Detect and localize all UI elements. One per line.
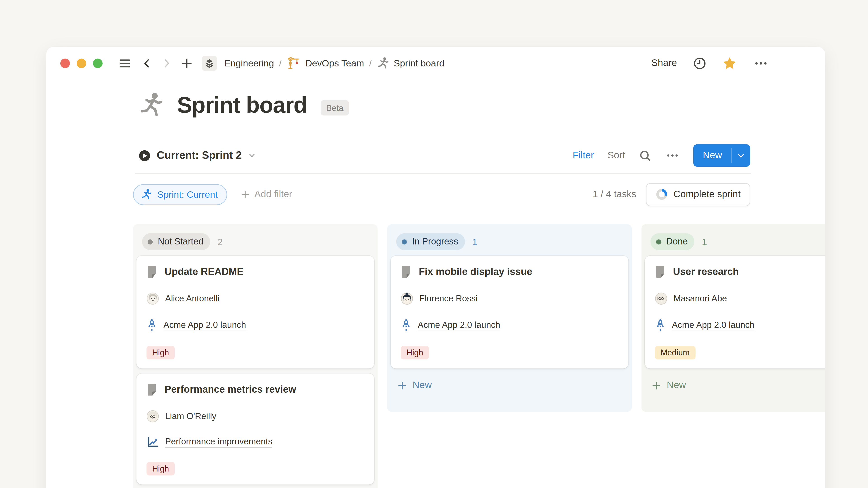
avatar (401, 292, 413, 305)
rocket-icon (655, 318, 665, 332)
status-badge[interactable]: Not Started (142, 233, 210, 250)
status-badge[interactable]: Done (651, 233, 694, 250)
sort-button[interactable]: Sort (608, 150, 625, 161)
chevron-down-icon (248, 152, 256, 160)
new-button-chevron-icon[interactable] (732, 144, 750, 167)
back-icon[interactable] (142, 57, 152, 69)
card-project-row: Performance improvements (147, 436, 364, 449)
task-card-fix-mobile-display-issue[interactable]: Fix mobile display issue Florence Rossi … (391, 256, 628, 368)
collections-stack-icon[interactable] (202, 56, 217, 71)
task-card-user-research[interactable]: User research Masanori Abe Acme App 2.0 … (645, 256, 825, 368)
rocket-icon (147, 318, 157, 332)
view-toolbar: Current: Sprint 2 Filter Sort New (138, 144, 750, 167)
card-project-row: Acme App 2.0 launch (401, 318, 618, 332)
screenshot-stage: Engineering / DevOps Team / Sprint board… (0, 0, 868, 488)
add-card-button[interactable]: New (391, 373, 628, 397)
close-button[interactable] (60, 58, 70, 68)
nav-icons (117, 56, 217, 71)
status-dot (148, 239, 153, 244)
new-button-label: New (693, 144, 731, 167)
new-button[interactable]: New (693, 144, 750, 167)
avatar (655, 292, 667, 305)
more-options-icon[interactable] (753, 57, 769, 69)
card-assignee-row: Alice Antonelli (147, 292, 364, 305)
project-link[interactable]: Performance improvements (165, 436, 273, 448)
card-title-row: Performance metrics review (147, 383, 364, 396)
priority-tag: Medium (655, 346, 695, 359)
card-project-row: Acme App 2.0 launch (655, 318, 825, 332)
page-runner-icon[interactable] (138, 92, 164, 118)
board-column-done: Done 1 User research Masanori Abe Acme A… (642, 224, 825, 412)
project-link[interactable]: Acme App 2.0 launch (672, 320, 754, 331)
tasks-progress-label: 1 / 4 tasks (593, 189, 636, 200)
plus-icon (651, 381, 661, 390)
favorite-star-icon[interactable] (723, 56, 737, 70)
status-badge[interactable]: In Progress (396, 233, 465, 250)
add-filter-button[interactable]: Add filter (241, 189, 292, 200)
hamburger-menu-icon[interactable] (117, 57, 132, 70)
card-title-row: Fix mobile display issue (401, 265, 618, 278)
breadcrumb-item-sprint-board[interactable]: Sprint board (377, 57, 444, 69)
breadcrumb-item-engineering[interactable]: Engineering (224, 58, 274, 68)
page-icon (147, 383, 157, 396)
page-title[interactable]: Sprint board (177, 92, 307, 118)
column-header: Not Started 2 (136, 228, 374, 256)
breadcrumb-separator: / (369, 58, 372, 68)
forward-icon[interactable] (161, 57, 172, 69)
filter-button[interactable]: Filter (572, 150, 594, 161)
priority-tag: High (401, 346, 429, 359)
column-count: 2 (217, 236, 223, 247)
share-button[interactable]: Share (651, 57, 677, 69)
app-window: Engineering / DevOps Team / Sprint board… (46, 47, 825, 488)
column-header: Done 1 (645, 228, 825, 256)
breadcrumb-separator: / (278, 58, 282, 68)
view-switcher[interactable]: Current: Sprint 2 (138, 149, 256, 162)
progress-ring-icon (655, 188, 668, 201)
card-assignee-row: Florence Rossi (401, 292, 618, 305)
card-title-row: User research (655, 265, 825, 278)
view-more-options-icon[interactable] (665, 150, 680, 161)
chart-increasing-icon (147, 436, 159, 449)
project-link[interactable]: Acme App 2.0 launch (418, 320, 500, 331)
status-dot (656, 239, 661, 244)
runner-icon (377, 57, 389, 69)
avatar (147, 410, 159, 422)
task-card-performance-metrics-review[interactable]: Performance metrics review Liam O'Reilly… (136, 373, 374, 484)
page-header: Sprint board Beta (138, 92, 349, 118)
task-card-update-readme[interactable]: Update README Alice Antonelli Acme App 2… (136, 256, 374, 368)
page-icon (655, 265, 665, 278)
board-column-not-started: Not Started 2 Update README Alice Antone… (133, 224, 377, 488)
project-link[interactable]: Acme App 2.0 launch (163, 320, 246, 331)
add-card-button[interactable]: New (645, 373, 825, 397)
card-project-row: Acme App 2.0 launch (147, 318, 364, 332)
rocket-icon (401, 318, 411, 332)
zoom-button[interactable] (93, 58, 102, 68)
page-icon (147, 265, 157, 278)
card-title-row: Update README (147, 265, 364, 278)
complete-sprint-button[interactable]: Complete sprint (646, 183, 750, 206)
avatar (147, 292, 159, 305)
filter-bar: Sprint: Current Add filter 1 / 4 tasks C… (133, 182, 750, 207)
column-header: In Progress 1 (391, 228, 628, 256)
clock-icon[interactable] (693, 57, 706, 70)
search-icon[interactable] (639, 149, 651, 162)
sprint-filter-chip[interactable]: Sprint: Current (133, 184, 227, 205)
status-dot (402, 239, 407, 244)
add-page-icon[interactable] (181, 57, 193, 69)
view-toolbar-actions: Filter Sort New (572, 144, 750, 167)
minimize-button[interactable] (76, 58, 86, 68)
filter-bar-right: 1 / 4 tasks Complete sprint (593, 183, 750, 206)
priority-tag: High (147, 462, 175, 476)
column-count: 1 (472, 236, 477, 247)
play-circle-icon (138, 150, 150, 161)
card-assignee-row: Masanori Abe (655, 292, 825, 305)
board-column-in-progress: In Progress 1 Fix mobile display issue F… (387, 224, 632, 412)
page-icon (401, 265, 411, 278)
beta-badge: Beta (320, 100, 349, 115)
runner-icon (141, 189, 152, 200)
filter-bar-left: Sprint: Current Add filter (133, 184, 292, 205)
topbar-actions: Share (651, 56, 769, 70)
priority-tag: High (147, 346, 175, 359)
breadcrumb-item-devops-team[interactable]: DevOps Team (287, 56, 364, 70)
toolbar-divider (135, 173, 751, 174)
